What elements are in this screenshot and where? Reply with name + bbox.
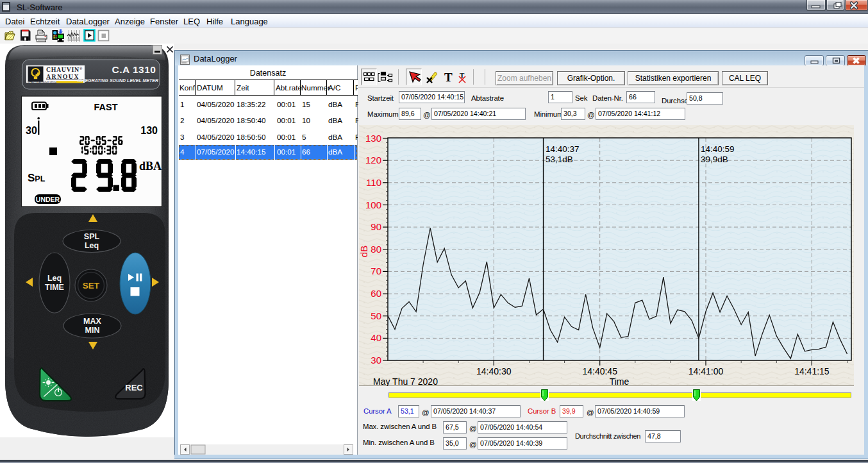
svg-text:REC: REC: [125, 383, 143, 392]
svg-text:14:40:45: 14:40:45: [582, 366, 617, 376]
svg-text:14:41:15: 14:41:15: [794, 366, 830, 376]
svg-text:14:40:30: 14:40:30: [476, 366, 512, 376]
svg-text:MIN: MIN: [85, 326, 100, 335]
svg-text:70: 70: [371, 265, 381, 276]
svg-text:T: T: [444, 71, 453, 84]
svg-text:C.A 1310: C.A 1310: [112, 64, 156, 75]
svg-text:40: 40: [371, 332, 381, 343]
svg-text:53,1dB: 53,1dB: [546, 155, 573, 164]
svg-text:SET: SET: [83, 281, 100, 290]
svg-text:60: 60: [371, 288, 381, 299]
svg-text:80: 80: [371, 244, 381, 255]
svg-text:May Thu 7 2020: May Thu 7 2020: [373, 376, 438, 386]
svg-text:30: 30: [26, 125, 37, 136]
svg-text:110: 110: [366, 177, 381, 188]
svg-text:130: 130: [140, 125, 158, 136]
svg-text:130: 130: [365, 133, 381, 144]
svg-text:INTEGRATING SOUND LEVEL METER: INTEGRATING SOUND LEVEL METER: [78, 78, 158, 83]
svg-text:120: 120: [365, 155, 381, 165]
svg-text:14:41:00: 14:41:00: [689, 366, 724, 376]
svg-text:90: 90: [371, 221, 381, 232]
svg-text:14:40:59: 14:40:59: [701, 144, 735, 154]
svg-text:50: 50: [371, 310, 381, 321]
svg-text:dB: dB: [358, 246, 369, 257]
svg-text:CHAUVIN ARNOUX GROUP: CHAUVIN ARNOUX GROUP: [28, 81, 58, 83]
svg-text:Time: Time: [610, 376, 630, 386]
svg-text:dBA: dBA: [139, 160, 162, 173]
svg-text:14:40:37: 14:40:37: [546, 144, 580, 154]
svg-text:ARNOUX: ARNOUX: [46, 73, 79, 80]
svg-text:TIME: TIME: [45, 283, 64, 292]
svg-text:UNDER: UNDER: [36, 196, 60, 203]
svg-text:Leq: Leq: [85, 241, 99, 250]
svg-text:100: 100: [365, 199, 381, 210]
svg-text:FAST: FAST: [94, 102, 117, 112]
svg-text:MAX: MAX: [83, 317, 101, 326]
svg-text:SPL: SPL: [84, 232, 100, 241]
svg-text:Leq: Leq: [47, 274, 62, 283]
svg-text:CHAUVIN®: CHAUVIN®: [46, 66, 83, 73]
svg-text:39,9dB: 39,9dB: [701, 155, 728, 164]
svg-text:30: 30: [371, 355, 381, 366]
